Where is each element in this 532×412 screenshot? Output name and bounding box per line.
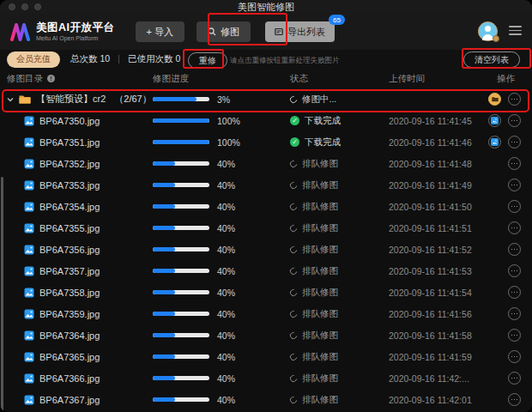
clear-list-button[interactable]: 清空列表 <box>463 52 520 68</box>
open-folder-icon[interactable] <box>488 93 501 106</box>
col-header-status: 状态 <box>290 73 389 85</box>
more-actions-icon[interactable] <box>508 350 521 363</box>
hamburger-menu-icon[interactable] <box>509 26 522 35</box>
info-icon[interactable]: ! <box>47 75 55 82</box>
table-row[interactable]: BP6A7356.jpg 40% 排队修图 2020-09-16 11:41:5… <box>0 239 532 260</box>
user-avatar[interactable] <box>478 21 498 41</box>
more-actions-icon[interactable] <box>508 264 521 277</box>
status-queued-icon <box>288 180 298 190</box>
progress-percent: 40% <box>217 159 235 169</box>
status-queued-icon <box>288 288 298 297</box>
status-queued-icon <box>288 245 298 254</box>
progress-bar <box>153 183 209 187</box>
upload-time: 2020-09-16 11:41:56 <box>389 309 483 319</box>
col-header-progress: 修图进度 <box>153 73 290 85</box>
col-header-actions: 操作 <box>483 73 532 85</box>
upload-time: 2020-09-16 11:41:46 <box>389 137 483 148</box>
zoom-button[interactable] <box>34 3 41 10</box>
more-actions-icon[interactable] <box>508 136 521 148</box>
progress-percent: 40% <box>217 245 235 255</box>
status-queued-icon <box>288 373 298 383</box>
folder-row[interactable]: 【智能预设】cr2 （2/67） 3% 修图中... <box>0 88 532 110</box>
upload-time: 2020-09-16 11:42:... <box>389 373 483 384</box>
file-name: BP6A7358.jpg <box>39 288 100 298</box>
table-row[interactable]: BP6A7351.jpg 100% ✓ 下载完成 2020-09-16 11:4… <box>0 131 532 153</box>
brand-block: 美图AI开放平台 Meitu AI Open Platform <box>36 22 115 41</box>
upload-time: 2020-09-16 11:41:50 <box>389 202 483 212</box>
image-file-icon <box>24 180 34 191</box>
file-name: BP6A7364.jpg <box>39 330 100 341</box>
folder-progress-count: （2/67） <box>114 93 151 106</box>
more-actions-icon[interactable] <box>508 393 521 406</box>
minimize-button[interactable] <box>21 3 28 10</box>
close-button[interactable] <box>9 3 15 10</box>
status-text: 排队修图 <box>302 244 338 256</box>
file-name: BP6A7352.jpg <box>39 159 100 169</box>
table-row[interactable]: BP6A7359.jpg 40% 排队修图 2020-09-16 11:41:5… <box>0 303 532 324</box>
image-file-icon <box>24 309 34 319</box>
more-actions-icon[interactable] <box>508 114 521 127</box>
redo-button[interactable]: 重修 <box>188 52 227 69</box>
status-text: 排队修图 <box>302 351 338 363</box>
retouch-button[interactable]: 修图 <box>196 21 251 42</box>
more-actions-icon[interactable] <box>508 93 521 106</box>
progress-bar <box>153 161 209 166</box>
meitu-logo-icon <box>10 23 30 41</box>
upload-time: 2020-09-16 11:41:58 <box>389 330 483 341</box>
file-name: BP6A7354.jpg <box>39 202 100 212</box>
file-name: BP6A7351.jpg <box>39 137 100 148</box>
table-row[interactable]: BP6A7366.jpg 40% 排队修图 2020-09-16 11:42:.… <box>0 367 532 389</box>
scrollbar-track[interactable] <box>1 177 3 412</box>
more-actions-icon[interactable] <box>508 243 521 256</box>
progress-percent: 40% <box>217 395 235 405</box>
upload-time: 2020-09-16 11:41:59 <box>389 352 483 362</box>
export-list-button[interactable]: 导出列表 65 <box>265 21 335 42</box>
table-row[interactable]: BP6A7365.jpg 40% 排队修图 2020-09-16 11:41:5… <box>0 346 532 367</box>
import-button-label: + 导入 <box>147 26 173 39</box>
image-file-icon <box>24 137 34 148</box>
progress-bar <box>153 140 209 144</box>
status-text: 排队修图 <box>302 179 338 191</box>
more-actions-icon[interactable] <box>508 372 521 385</box>
table-row[interactable]: BP6A7352.jpg 40% 排队修图 2020-09-16 11:41:4… <box>0 153 532 174</box>
title-bar: 美图智能修图 <box>0 0 532 14</box>
table-row[interactable]: BP6A7357.jpg 40% 排队修图 2020-09-16 11:41:5… <box>0 260 532 282</box>
import-button[interactable]: + 导入 <box>136 21 184 42</box>
image-file-icon <box>24 116 34 126</box>
sub-toolbar: 会员充值 总次数 10 已使用次数 0 重修 请点击重修按钮重新处理失败图片 清… <box>0 50 532 69</box>
progress-percent: 40% <box>217 288 235 298</box>
table-row[interactable]: BP6A7367.jpg 40% 排队修图 2020-09-16 11:42:0… <box>0 389 532 410</box>
more-actions-icon[interactable] <box>508 329 521 342</box>
recharge-button[interactable]: 会员充值 <box>7 52 60 68</box>
more-actions-icon[interactable] <box>508 157 521 170</box>
open-image-icon[interactable] <box>488 136 501 148</box>
folder-icon <box>19 94 31 104</box>
status-done-icon: ✓ <box>290 137 299 147</box>
open-image-icon[interactable] <box>488 114 501 127</box>
more-actions-icon[interactable] <box>508 307 521 320</box>
more-actions-icon[interactable] <box>508 200 521 213</box>
progress-bar <box>153 97 209 101</box>
file-name: BP6A7353.jpg <box>39 180 100 191</box>
more-actions-icon[interactable] <box>508 286 521 299</box>
status-text: 排队修图 <box>302 265 338 277</box>
status-queued-icon <box>288 202 298 211</box>
more-actions-icon[interactable] <box>508 179 521 191</box>
status-text: 排队修图 <box>302 201 338 213</box>
progress-percent: 40% <box>217 223 235 233</box>
image-file-icon <box>24 266 34 276</box>
table-row[interactable]: BP6A7355.jpg 40% 排队修图 2020-09-16 11:41:5… <box>0 217 532 239</box>
status-queued-icon <box>288 223 298 233</box>
status-queued-icon <box>288 395 298 404</box>
status-text: 排队修图 <box>302 158 338 170</box>
table-row[interactable]: BP6A7353.jpg 40% 排队修图 2020-09-16 11:41:4… <box>0 174 532 196</box>
table-row[interactable]: BP6A7358.jpg 40% 排队修图 2020-09-16 11:41:5… <box>0 282 532 303</box>
chevron-down-icon[interactable] <box>7 96 14 103</box>
col-header-name: 修图目录 <box>7 73 43 85</box>
table-row[interactable]: BP6A7350.jpg 100% ✓ 下载完成 2020-09-16 11:4… <box>0 110 532 131</box>
status-queued-icon <box>288 352 298 361</box>
progress-percent: 40% <box>217 373 235 384</box>
table-row[interactable]: BP6A7364.jpg 40% 排队修图 2020-09-16 11:41:5… <box>0 324 532 346</box>
more-actions-icon[interactable] <box>508 221 521 234</box>
table-row[interactable]: BP6A7354.jpg 40% 排队修图 2020-09-16 11:41:5… <box>0 196 532 217</box>
